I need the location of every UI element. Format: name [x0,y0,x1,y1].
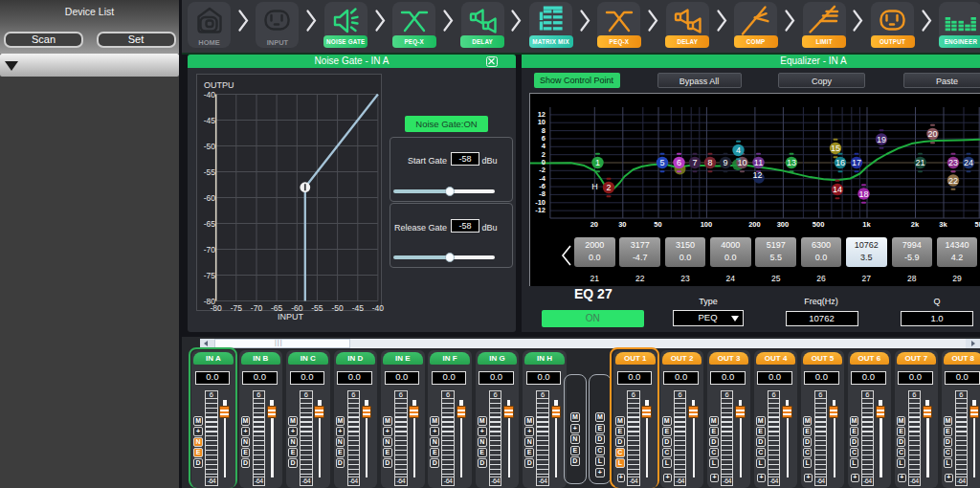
svg-text:18: 18 [858,189,868,198]
svg-text:7: 7 [692,158,697,167]
svg-text:5: 5 [659,158,664,167]
svg-text:19: 19 [876,134,885,144]
svg-text:8: 8 [707,158,712,167]
svg-text:17: 17 [851,158,860,167]
svg-text:21: 21 [915,158,924,167]
svg-text:24: 24 [963,158,972,167]
svg-text:14: 14 [832,185,841,194]
svg-text:6: 6 [676,158,680,167]
svg-text:1: 1 [594,158,599,167]
svg-text:11: 11 [753,158,762,167]
svg-text:22: 22 [947,175,957,185]
svg-text:2: 2 [606,183,611,192]
svg-text:20: 20 [927,129,937,139]
svg-text:4: 4 [735,145,740,155]
svg-text:15: 15 [830,144,839,153]
svg-text:H: H [591,182,598,191]
svg-text:12: 12 [752,169,762,179]
svg-text:16: 16 [835,158,844,167]
svg-text:23: 23 [947,158,957,167]
svg-text:13: 13 [786,158,795,167]
svg-text:9: 9 [723,158,727,167]
